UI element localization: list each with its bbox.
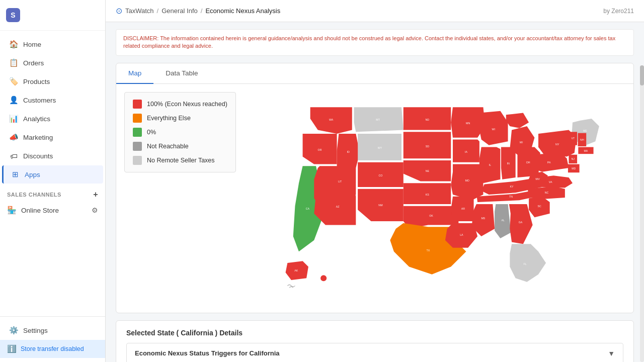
breadcrumb-sep2: / (201, 7, 203, 15)
state-NM[interactable] (358, 189, 404, 221)
trigger-card-header: Economic Nexus Status Triggers for Calif… (135, 349, 615, 357)
us-map-svg: WA OR CA ID NV (265, 92, 607, 305)
orders-icon: 📋 (9, 58, 18, 67)
sidebar-item-home[interactable]: 🏠 Home (2, 35, 103, 53)
sidebar-item-orders[interactable]: 📋 Orders (2, 54, 103, 72)
state-FL[interactable] (510, 244, 546, 282)
legend-label-green: 0% (147, 129, 156, 136)
legend-label-orange: Everything Else (147, 115, 191, 122)
by-label: by Zero211 (603, 8, 634, 15)
sidebar-item-analytics[interactable]: 📊 Analytics (2, 110, 103, 128)
add-sales-channel-button[interactable]: + (93, 190, 98, 199)
disclaimer-bar: DISCLAIMER: The information contained he… (116, 29, 634, 56)
sidebar-item-label: Customers (23, 97, 56, 104)
sidebar-item-label: Marketing (23, 134, 53, 141)
details-section: Selected State ( California ) Details Ec… (116, 320, 634, 362)
legend-label-lightgray: No Remote Seller Taxes (147, 157, 215, 164)
state-WI[interactable] (479, 111, 508, 145)
sidebar-item-settings[interactable]: ⚙️ Settings (2, 321, 103, 339)
legend-item-orange: Everything Else (133, 114, 227, 123)
breadcrumb: ⊙ TaxWatch / General Info / Economic Nex… (116, 6, 280, 16)
legend-item-gray: Not Reachable (133, 142, 227, 151)
sidebar-nav: 🏠 Home 📋 Orders 🏷️ Products 👤 Customers … (0, 31, 105, 316)
state-MD[interactable] (568, 164, 580, 172)
main-content: ⊙ TaxWatch / General Info / Economic Nex… (106, 0, 644, 362)
state-NH[interactable] (578, 133, 586, 146)
info-icon: ℹ️ (7, 344, 17, 353)
sidebar-item-products[interactable]: 🏷️ Products (2, 72, 103, 90)
marketing-icon: 📣 (9, 133, 18, 142)
state-AL[interactable] (495, 204, 511, 238)
sidebar-item-label: Settings (23, 327, 48, 334)
state-NJ[interactable] (569, 154, 577, 163)
sales-channels-section: SALES CHANNELS + (0, 184, 105, 201)
state-NE[interactable] (404, 160, 451, 182)
sidebar-item-customers[interactable]: 👤 Customers (2, 91, 103, 109)
breadcrumb-current: Economic Nexus Analysis (205, 7, 280, 15)
legend-swatch-orange (133, 114, 142, 123)
state-AR[interactable] (451, 197, 473, 221)
sidebar-item-label: Home (23, 41, 41, 48)
taxwatch-icon: ⊙ (116, 6, 122, 16)
state-VT[interactable] (569, 132, 577, 145)
customers-icon: 👤 (9, 96, 18, 105)
sidebar-item-label: Analytics (23, 115, 50, 123)
state-SD[interactable] (404, 132, 451, 158)
sidebar-item-label: Orders (23, 59, 44, 67)
sidebar-item-discounts[interactable]: 🏷 Discounts (2, 147, 103, 165)
legend-swatch-green (133, 128, 142, 137)
breadcrumb-app: TaxWatch (125, 7, 154, 15)
state-CO[interactable] (358, 162, 404, 187)
tab-data-table[interactable]: Data Table (153, 63, 210, 84)
state-ID[interactable] (337, 134, 359, 168)
products-icon: 🏷️ (9, 77, 18, 86)
tab-bar: Map Data Table (116, 63, 633, 84)
analytics-icon: 📊 (9, 114, 18, 123)
state-OR[interactable] (302, 134, 337, 164)
sidebar-item-online-store[interactable]: 🏪 Online Store ⚙ (0, 201, 105, 219)
topbar: ⊙ TaxWatch / General Info / Economic Nex… (106, 0, 644, 22)
sidebar-item-label: Apps (25, 171, 40, 178)
state-MO[interactable] (451, 164, 483, 200)
sidebar: S 🏠 Home 📋 Orders 🏷️ Products 👤 Customer… (0, 0, 106, 362)
map-container: WA OR CA ID NV (246, 92, 625, 305)
online-store-settings-icon[interactable]: ⚙ (92, 206, 98, 214)
state-MI-upper[interactable] (506, 113, 529, 128)
online-store-label: Online Store (21, 207, 59, 214)
selected-state-title: Selected State ( California ) Details (126, 329, 623, 337)
tab-map[interactable]: Map (116, 63, 153, 84)
trigger-card[interactable]: Economic Nexus Status Triggers for Calif… (126, 343, 623, 362)
state-KS[interactable] (404, 183, 451, 204)
store-transfer-bar[interactable]: ℹ️ Store transfer disabled (0, 340, 105, 358)
state-HI[interactable] (320, 275, 327, 281)
breadcrumb-sep1: / (157, 7, 159, 15)
home-icon: 🏠 (9, 40, 18, 49)
state-SC[interactable] (529, 197, 550, 218)
state-IL[interactable] (479, 147, 501, 183)
state-IN[interactable] (501, 147, 516, 179)
breadcrumb-section1: General Info (162, 7, 198, 15)
sidebar-item-apps[interactable]: ⊞ Apps (2, 165, 103, 184)
legend-item-green: 0% (133, 128, 227, 137)
state-AZ[interactable] (314, 185, 356, 225)
sidebar-item-label: Discounts (23, 152, 53, 160)
state-MA[interactable] (578, 147, 593, 154)
state-IA[interactable] (453, 139, 479, 162)
state-WY[interactable] (358, 134, 401, 160)
sidebar-item-label: Products (23, 78, 50, 85)
state-WA[interactable] (310, 107, 352, 134)
scrollbar-thumb[interactable] (640, 65, 644, 85)
map-area: 100% (Econ Nexus reached) Everything Els… (116, 84, 633, 313)
discounts-icon: 🏷 (9, 151, 18, 160)
legend-label-red: 100% (Econ Nexus reached) (147, 101, 227, 108)
map-legend: 100% (Econ Nexus reached) Everything Els… (124, 92, 236, 172)
state-MT[interactable] (354, 107, 403, 132)
legend-swatch-gray (133, 142, 142, 151)
scrollbar[interactable] (640, 65, 644, 362)
state-AK[interactable] (285, 261, 308, 280)
settings-icon: ⚙️ (9, 326, 18, 335)
legend-item-red: 100% (Econ Nexus reached) (133, 100, 227, 109)
sidebar-item-marketing[interactable]: 📣 Marketing (2, 128, 103, 146)
chevron-down-icon: ▼ (608, 349, 615, 357)
state-ND[interactable] (404, 107, 451, 130)
